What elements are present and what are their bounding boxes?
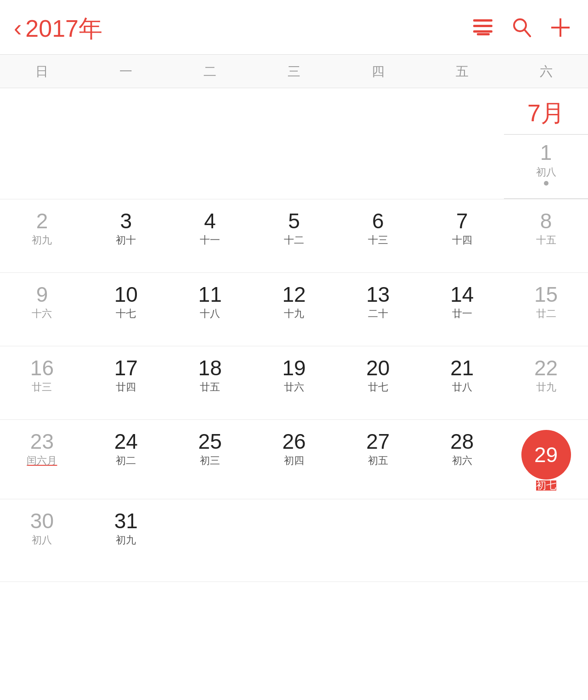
empty-cell bbox=[504, 499, 588, 581]
svg-line-5 bbox=[525, 30, 530, 36]
day-2[interactable]: 2 初九 bbox=[0, 199, 84, 272]
day-13[interactable]: 13 二十 bbox=[336, 273, 420, 346]
empty-cell bbox=[336, 88, 420, 199]
dow-wed: 三 bbox=[252, 63, 336, 80]
day-26[interactable]: 26 初四 bbox=[252, 420, 336, 499]
empty-cell bbox=[84, 88, 168, 199]
svg-rect-2 bbox=[473, 30, 492, 33]
svg-rect-3 bbox=[477, 33, 490, 35]
day-30[interactable]: 30 初八 bbox=[0, 499, 84, 581]
week-row-2: 9 十六 10 十七 11 十八 12 十九 13 二十 14 廿一 15 廿二 bbox=[0, 273, 588, 346]
day-10[interactable]: 10 十七 bbox=[84, 273, 168, 346]
year-title[interactable]: 2017年 bbox=[25, 13, 102, 45]
day-16[interactable]: 16 廿三 bbox=[0, 346, 84, 419]
day-27[interactable]: 27 初五 bbox=[336, 420, 420, 499]
month-divider bbox=[504, 134, 588, 135]
day-29-today[interactable]: 29 初七 bbox=[504, 420, 588, 499]
day-4[interactable]: 4 十一 bbox=[168, 199, 252, 272]
empty-cell bbox=[252, 88, 336, 199]
header-icons bbox=[473, 18, 570, 40]
day-24[interactable]: 24 初二 bbox=[84, 420, 168, 499]
day-5[interactable]: 5 十二 bbox=[252, 199, 336, 272]
week-row-3: 16 廿三 17 廿四 18 廿五 19 廿六 20 廿七 21 廿八 22 廿… bbox=[0, 346, 588, 420]
dow-fri: 五 bbox=[420, 63, 504, 80]
dow-header: 日 一 二 三 四 五 六 bbox=[0, 54, 588, 88]
day-3[interactable]: 3 初十 bbox=[84, 199, 168, 272]
day-31[interactable]: 31 初九 bbox=[84, 499, 168, 581]
day-22[interactable]: 22 廿九 bbox=[504, 346, 588, 419]
add-icon[interactable] bbox=[551, 18, 570, 40]
empty-cell bbox=[168, 88, 252, 199]
day-6[interactable]: 6 十三 bbox=[336, 199, 420, 272]
dow-sat: 六 bbox=[504, 63, 588, 80]
day-17[interactable]: 17 廿四 bbox=[84, 346, 168, 419]
today-highlight: 29 bbox=[521, 430, 571, 480]
list-icon[interactable] bbox=[473, 19, 492, 39]
svg-rect-1 bbox=[473, 25, 492, 27]
empty-cell bbox=[420, 88, 504, 199]
day-15[interactable]: 15 廿二 bbox=[504, 273, 588, 346]
week-row-4: 23 闰六月 24 初二 25 初三 26 初四 27 初五 28 初六 29 … bbox=[0, 420, 588, 499]
empty-cell bbox=[420, 499, 504, 581]
week-row-5: 30 初八 31 初九 bbox=[0, 499, 588, 582]
day-25[interactable]: 25 初三 bbox=[168, 420, 252, 499]
day-21[interactable]: 21 廿八 bbox=[420, 346, 504, 419]
empty-cell bbox=[252, 499, 336, 581]
empty-cell bbox=[336, 499, 420, 581]
event-dot bbox=[544, 181, 548, 186]
day-23[interactable]: 23 闰六月 bbox=[0, 420, 84, 499]
day-19[interactable]: 19 廿六 bbox=[252, 346, 336, 419]
day-8[interactable]: 8 十五 bbox=[504, 199, 588, 272]
header-left: ‹ 2017年 bbox=[14, 13, 102, 45]
day-11[interactable]: 11 十八 bbox=[168, 273, 252, 346]
dow-tue: 二 bbox=[168, 63, 252, 80]
dow-thu: 四 bbox=[336, 63, 420, 80]
back-button[interactable]: ‹ bbox=[14, 16, 22, 40]
day-28[interactable]: 28 初六 bbox=[420, 420, 504, 499]
svg-rect-0 bbox=[473, 19, 492, 22]
empty-cell bbox=[168, 499, 252, 581]
day-18[interactable]: 18 廿五 bbox=[168, 346, 252, 419]
header: ‹ 2017年 bbox=[0, 0, 588, 54]
day-1[interactable]: 1 初八 bbox=[536, 141, 556, 194]
day-14[interactable]: 14 廿一 bbox=[420, 273, 504, 346]
day-9[interactable]: 9 十六 bbox=[0, 273, 84, 346]
dow-sun: 日 bbox=[0, 63, 84, 80]
week-row-0: 7月 1 初八 bbox=[0, 88, 588, 199]
day-20[interactable]: 20 廿七 bbox=[336, 346, 420, 419]
week-row-1: 2 初九 3 初十 4 十一 5 十二 6 十三 7 十四 8 十五 bbox=[0, 199, 588, 273]
calendar-body: 7月 1 初八 2 初九 3 初十 4 十一 5 十二 6 bbox=[0, 88, 588, 582]
month-label: 7月 bbox=[527, 97, 565, 130]
search-icon[interactable] bbox=[513, 18, 531, 40]
july-month-col: 7月 1 初八 bbox=[504, 88, 588, 199]
dow-mon: 一 bbox=[84, 63, 168, 80]
day-12[interactable]: 12 十九 bbox=[252, 273, 336, 346]
day-7[interactable]: 7 十四 bbox=[420, 199, 504, 272]
empty-cell bbox=[0, 88, 84, 199]
